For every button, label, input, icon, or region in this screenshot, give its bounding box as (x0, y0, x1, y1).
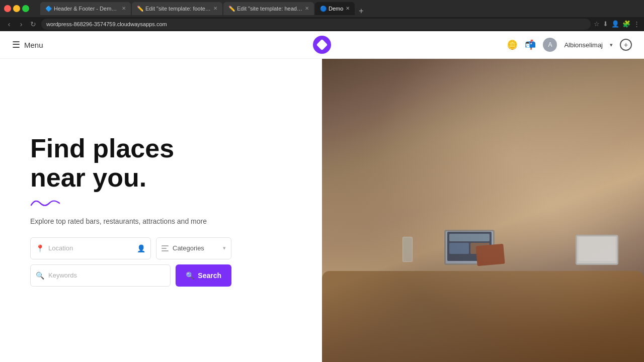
squiggle-decoration (30, 198, 292, 210)
minimize-window-button[interactable] (13, 5, 20, 12)
tab-label-2: Edit "site template: header"... (237, 6, 302, 12)
browser-tab-1[interactable]: ✏️ Edit "site template: footer"... ✕ (132, 2, 222, 15)
browser-chrome: 🔷 Header & Footer - Demo -... ✕ ✏️ Edit … (0, 0, 644, 31)
keywords-input[interactable] (48, 272, 165, 279)
address-input[interactable] (41, 19, 591, 30)
maximize-window-button[interactable] (22, 5, 29, 12)
search-btn-label: Search (198, 272, 221, 280)
logo-inner-shape (316, 39, 328, 51)
keywords-search-icon: 🔍 (36, 272, 44, 280)
more-options-icon[interactable]: ⋮ (633, 20, 640, 28)
tab-label-1: Edit "site template: footer"... (145, 6, 211, 12)
menu-label: Menu (24, 41, 43, 49)
hero-title-line2: near you. (30, 163, 146, 192)
tabs-bar: 🔷 Header & Footer - Demo -... ✕ ✏️ Edit … (36, 2, 640, 15)
site-header: ☰ Menu 🪙 📬 A Albionselimaj ▾ + (0, 31, 644, 59)
search-btn-icon: 🔍 (186, 272, 194, 280)
photo-overlay (322, 59, 644, 362)
reload-button[interactable]: ↻ (28, 19, 38, 29)
tab-close-2[interactable]: ✕ (305, 6, 309, 11)
hero-subtitle: Explore top rated bars, restaurants, att… (30, 217, 292, 225)
browser-toolbar: 🔷 Header & Footer - Demo -... ✕ ✏️ Edit … (0, 0, 644, 17)
site-logo[interactable] (313, 36, 331, 54)
main-content: Find places near you. Explore top rated … (0, 59, 644, 362)
hero-panel: Find places near you. Explore top rated … (0, 59, 322, 362)
hero-title-line1: Find places (30, 134, 174, 163)
hero-image-panel (322, 59, 644, 362)
locate-me-icon[interactable]: 👤 (137, 244, 145, 252)
browser-tab-3[interactable]: 🔵 Demo ✕ (315, 2, 355, 15)
cat-line-2 (162, 248, 167, 249)
keywords-input-wrapper: 🔍 (30, 264, 171, 287)
categories-dropdown[interactable]: Categories ▾ (156, 237, 231, 259)
categories-chevron-icon: ▾ (223, 245, 226, 251)
tab-favicon-3: 🔵 (320, 6, 326, 12)
download-icon[interactable]: ⬇ (603, 20, 608, 28)
tab-favicon-0: 🔷 (45, 6, 51, 12)
tab-close-3[interactable]: ✕ (346, 6, 350, 11)
user-name[interactable]: Albionselimaj (564, 41, 603, 49)
window-controls (4, 5, 29, 12)
close-window-button[interactable] (4, 5, 11, 12)
browser-tab-2[interactable]: ✏️ Edit "site template: header"... ✕ (223, 2, 314, 15)
location-input[interactable] (48, 244, 133, 252)
inbox-icon[interactable]: 📬 (525, 39, 536, 50)
tab-label-0: Header & Footer - Demo -... (54, 6, 119, 12)
categories-lines-icon (162, 245, 169, 251)
profile-icon[interactable]: 👤 (611, 20, 619, 28)
avatar: A (543, 38, 557, 52)
search-row-top: 📍 👤 Categories ▾ (30, 237, 231, 259)
header-actions: 🪙 📬 A Albionselimaj ▾ + (507, 38, 632, 52)
search-button[interactable]: 🔍 Search (176, 264, 231, 287)
new-tab-button[interactable]: + (356, 7, 366, 15)
cat-line-1 (162, 245, 169, 246)
menu-toggle[interactable]: ☰ Menu (12, 39, 43, 50)
browser-toolbar-icons: ☆ ⬇ 👤 🧩 ⋮ (594, 20, 640, 28)
logo-diamond (313, 36, 331, 54)
tab-favicon-2: ✏️ (228, 6, 234, 12)
tab-label-3: Demo (329, 6, 343, 12)
add-button[interactable]: + (620, 39, 632, 51)
categories-label: Categories (173, 244, 219, 252)
wallet-icon[interactable]: 🪙 (507, 39, 518, 50)
extensions-icon[interactable]: 🧩 (622, 20, 630, 28)
cat-line-3 (162, 250, 169, 251)
location-pin-icon: 📍 (36, 244, 44, 252)
tab-close-1[interactable]: ✕ (213, 6, 217, 11)
chevron-down-icon[interactable]: ▾ (610, 42, 613, 48)
forward-button[interactable]: › (16, 19, 26, 29)
tab-close-0[interactable]: ✕ (122, 6, 126, 11)
browser-tab-0[interactable]: 🔷 Header & Footer - Demo -... ✕ (40, 2, 131, 15)
nav-buttons: ‹ › ↻ (4, 19, 38, 29)
search-row-bottom: 🔍 🔍 Search (30, 264, 231, 287)
search-form: 📍 👤 Categories ▾ 🔍 (30, 237, 231, 287)
location-input-wrapper: 📍 👤 (30, 237, 151, 259)
address-bar-row: ‹ › ↻ ☆ ⬇ 👤 🧩 ⋮ (0, 17, 644, 31)
hero-title: Find places near you. (30, 134, 292, 192)
bookmark-star-icon[interactable]: ☆ (594, 20, 600, 28)
tab-favicon-1: ✏️ (137, 6, 143, 12)
hamburger-icon: ☰ (12, 39, 20, 50)
back-button[interactable]: ‹ (4, 19, 14, 29)
